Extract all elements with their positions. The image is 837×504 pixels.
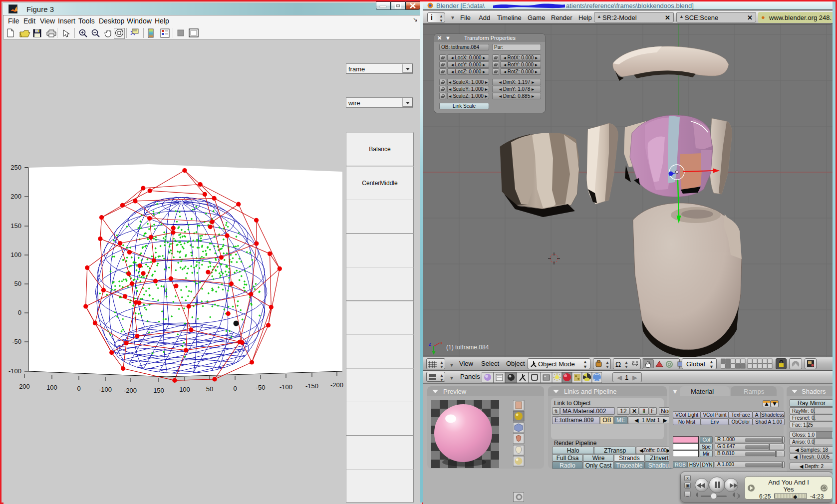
svg-text:-150: -150 — [305, 382, 318, 390]
svg-text:0: 0 — [18, 309, 21, 316]
svg-text:50: 50 — [14, 280, 21, 287]
svg-text:-100: -100 — [99, 386, 112, 393]
svg-text:(1) totframe.084: (1) totframe.084 — [446, 344, 489, 351]
svg-text:100: 100 — [10, 251, 21, 258]
svg-text:100: 100 — [46, 384, 57, 391]
svg-text:x: x — [440, 340, 443, 345]
svg-text:200: 200 — [19, 383, 30, 390]
svg-text:-200: -200 — [124, 387, 137, 394]
svg-text:-100: -100 — [279, 383, 292, 391]
svg-text:-200: -200 — [330, 381, 343, 389]
svg-text:200: 200 — [10, 193, 21, 200]
svg-text:-100: -100 — [8, 367, 21, 375]
svg-text:50: 50 — [206, 385, 213, 393]
svg-text:100: 100 — [179, 386, 190, 393]
svg-text:-50: -50 — [12, 338, 21, 345]
svg-text:250: 250 — [10, 164, 21, 171]
svg-text:0: 0 — [77, 385, 80, 392]
svg-text:-50: -50 — [256, 384, 266, 391]
svg-text:0: 0 — [233, 385, 237, 392]
svg-text:z: z — [429, 341, 431, 347]
svg-text:150: 150 — [10, 222, 21, 230]
svg-text:150: 150 — [153, 387, 164, 394]
